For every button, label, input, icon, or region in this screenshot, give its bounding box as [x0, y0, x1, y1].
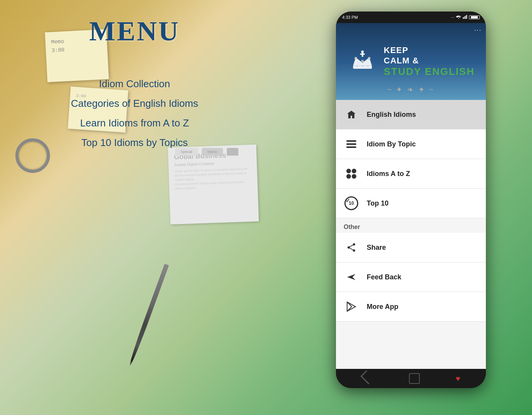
share-label: Share [367, 244, 386, 252]
home-icon [344, 107, 359, 122]
grid-icon [344, 166, 359, 181]
left-menu-item-1[interactable]: Idiom Collection [99, 78, 170, 90]
svg-line-26 [349, 247, 354, 251]
header-text-block: KEEP CALM & STUDY ENGLISH [384, 45, 474, 78]
menu-items-left: Idiom Collection Categories of English I… [71, 78, 198, 149]
menu-list-item-share[interactable]: Share [336, 233, 486, 262]
svg-rect-3 [466, 15, 467, 19]
english-idioms-label: English Idioms [367, 111, 416, 119]
idioms-az-label: Idioms A to Z [367, 170, 410, 178]
top10-icon: ✓ 10 [344, 196, 359, 211]
svg-point-19 [352, 169, 356, 173]
signal-icon [463, 15, 467, 20]
svg-point-18 [346, 169, 351, 173]
menu-list-item-top10[interactable]: ✓ 10 Top 10 [336, 189, 486, 218]
menu-list-item-idiom-by-topic[interactable]: Idiom By Topic [336, 129, 486, 159]
svg-rect-1 [464, 17, 465, 19]
svg-point-11 [361, 50, 364, 53]
svg-point-13 [362, 66, 363, 67]
svg-rect-15 [346, 140, 356, 142]
left-menu-item-4[interactable]: Top 10 Idioms by Topics [81, 137, 188, 149]
menu-list-item-english-idioms[interactable]: English Idioms [336, 100, 486, 129]
svg-rect-10 [360, 53, 365, 55]
menu-lines-icon [344, 136, 359, 152]
menu-list-item-feedback[interactable]: Feed Back [336, 262, 486, 292]
more-app-label: More App [367, 303, 398, 311]
menu-list-item-idioms-az[interactable]: Idioms A to Z [336, 159, 486, 189]
svg-point-21 [352, 174, 356, 179]
svg-marker-27 [347, 274, 356, 280]
phone-mockup: 4:33 PM ··· ⋮ [336, 12, 486, 388]
play-store-icon [344, 299, 359, 314]
svg-rect-0 [463, 17, 464, 19]
left-menu-item-2[interactable]: Categories of English Idioms [71, 98, 198, 110]
top10-label: Top 10 [367, 199, 389, 208]
svg-rect-16 [346, 143, 356, 145]
crown-logo [347, 46, 378, 77]
svg-point-7 [354, 57, 357, 60]
dots-icon: ··· [451, 15, 454, 20]
decorative-line: ~ ✦ ❧ ✦ ~ [387, 85, 435, 94]
left-panel: MENU Idiom Collection Categories of Engl… [15, 0, 254, 415]
share-icon [344, 240, 359, 255]
home-button[interactable] [409, 373, 420, 384]
svg-rect-2 [465, 16, 466, 19]
idiom-by-topic-label: Idiom By Topic [367, 140, 416, 148]
battery-icon [469, 15, 480, 19]
feedback-icon [344, 269, 359, 285]
menu-list-item-more-app[interactable]: More App [336, 292, 486, 322]
feedback-label: Feed Back [367, 273, 401, 281]
scrollable-menu[interactable]: English Idioms Idiom By Topic [336, 100, 486, 369]
status-bar: 4:33 PM ··· [336, 12, 486, 23]
svg-point-8 [368, 57, 371, 60]
heart-button[interactable]: ♥ [456, 374, 460, 383]
svg-point-6 [361, 60, 364, 63]
back-button[interactable] [360, 370, 374, 385]
app-inner: ⋮ [336, 23, 486, 369]
header-dots-icon[interactable]: ⋮ [474, 27, 482, 35]
svg-rect-17 [346, 146, 356, 148]
keep-calm-line1: KEEP CALM & [384, 45, 419, 66]
svg-point-12 [357, 66, 358, 67]
status-time: 4:33 PM [342, 15, 358, 20]
menu-title: MENU [89, 15, 180, 47]
status-icons: ··· [451, 15, 480, 20]
svg-point-14 [367, 66, 369, 67]
heart-icon: ♥ [456, 374, 460, 383]
svg-line-25 [349, 244, 354, 247]
study-english-text: STUDY ENGLISH [384, 66, 474, 78]
section-other-header: Other [336, 218, 486, 233]
svg-point-20 [346, 174, 351, 179]
bottom-bar: ♥ [336, 369, 486, 388]
left-menu-item-3[interactable]: Learn Idioms from A to Z [80, 117, 189, 129]
app-header: ⋮ [336, 23, 486, 100]
wifi-icon [456, 15, 461, 20]
